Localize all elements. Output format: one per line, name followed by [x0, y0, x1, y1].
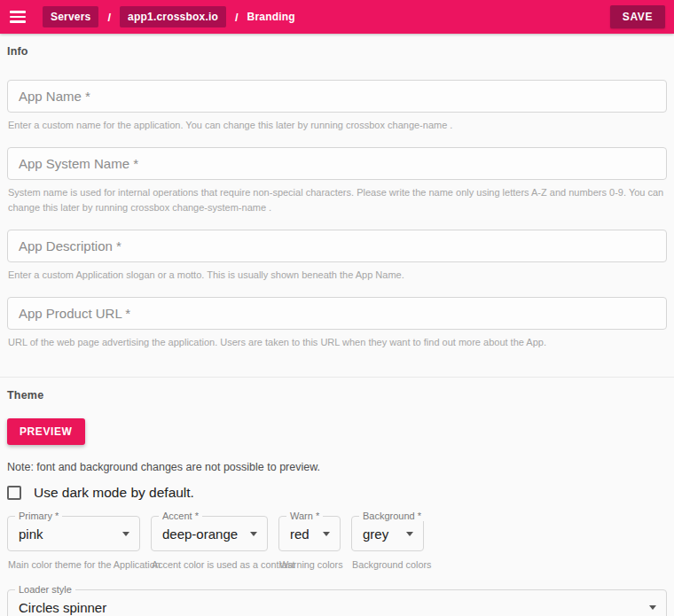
- primary-select[interactable]: Primary * pink: [7, 516, 140, 551]
- menu-icon[interactable]: [9, 6, 30, 27]
- primary-select-value: pink: [8, 526, 43, 542]
- section-title-theme: Theme: [7, 378, 667, 402]
- accent-select-value: deep-orange: [152, 526, 238, 542]
- breadcrumb-item-servers[interactable]: Servers: [43, 6, 98, 27]
- warn-select-label: Warn *: [286, 511, 323, 521]
- app-system-name-field-group: App System Name * System name is used fo…: [7, 147, 667, 215]
- app-name-field-label: App Name *: [19, 89, 90, 104]
- breadcrumb-separator: /: [235, 11, 239, 24]
- warn-select-value: red: [279, 526, 310, 542]
- background-select-value: grey: [352, 526, 388, 542]
- warn-select-helper: Warning colors: [278, 559, 341, 570]
- background-select-group: Background * grey Background colors: [351, 516, 424, 570]
- app-system-name-field-label: App System Name *: [19, 156, 138, 171]
- accent-select-helper: Accent color is used as a contrast: [151, 559, 268, 570]
- app-name-helper: Enter a custom name for the application.…: [7, 118, 667, 133]
- primary-select-label: Primary *: [15, 511, 62, 521]
- breadcrumb-item-branding: Branding: [247, 11, 295, 23]
- app-description-field-label: App Description *: [19, 238, 121, 253]
- theme-color-selects: Primary * pink Main color theme for the …: [7, 516, 667, 570]
- chevron-down-icon: [323, 532, 330, 536]
- background-select[interactable]: Background * grey: [351, 516, 424, 551]
- dark-mode-row[interactable]: Use dark mode by default.: [7, 485, 667, 501]
- background-select-label: Background *: [359, 511, 425, 521]
- app-product-url-helper: URL of the web page advertising the appl…: [7, 335, 667, 350]
- app-system-name-field[interactable]: App System Name *: [7, 147, 667, 180]
- primary-select-group: Primary * pink Main color theme for the …: [7, 516, 140, 570]
- accent-select-label: Accent *: [159, 511, 202, 521]
- accent-select[interactable]: Accent * deep-orange: [151, 516, 268, 551]
- chevron-down-icon: [649, 605, 656, 610]
- section-title-info: Info: [7, 34, 667, 58]
- primary-select-helper: Main color theme for the Application: [7, 559, 140, 570]
- save-button[interactable]: SAVE: [610, 5, 665, 28]
- warn-select-group: Warn * red Warning colors: [278, 516, 341, 570]
- preview-button[interactable]: PREVIEW: [7, 418, 85, 445]
- accent-select-group: Accent * deep-orange Accent color is use…: [151, 516, 268, 570]
- dark-mode-label[interactable]: Use dark mode by default.: [34, 485, 194, 501]
- app-bar: Servers / app1.crossbox.io / Branding SA…: [0, 0, 674, 34]
- breadcrumb-item-app1-crossbox-io[interactable]: app1.crossbox.io: [120, 6, 226, 27]
- background-select-helper: Background colors: [351, 559, 424, 570]
- dark-mode-checkbox[interactable]: [7, 486, 21, 500]
- app-name-field[interactable]: App Name *: [7, 80, 667, 113]
- loader-style-group: Loader style Circles spinner Loader that…: [7, 589, 667, 616]
- app-product-url-field[interactable]: App Product URL *: [7, 297, 667, 330]
- app-description-helper: Enter a custom Application slogan or a m…: [7, 268, 667, 283]
- chevron-down-icon: [250, 532, 257, 536]
- loader-style-label: Loader style: [15, 584, 75, 595]
- app-description-field[interactable]: App Description *: [7, 230, 667, 262]
- app-system-name-helper: System name is used for internal operati…: [7, 185, 667, 215]
- preview-note: Note: font and background changes are no…: [7, 461, 667, 473]
- loader-style-value: Circles spinner: [8, 600, 106, 615]
- loader-style-select[interactable]: Loader style Circles spinner: [7, 589, 667, 616]
- chevron-down-icon: [122, 532, 129, 536]
- app-product-url-field-group: App Product URL * URL of the web page ad…: [7, 297, 667, 350]
- breadcrumb-separator: /: [107, 11, 111, 24]
- app-name-field-group: App Name * Enter a custom name for the a…: [7, 80, 667, 133]
- chevron-down-icon: [406, 532, 413, 536]
- app-product-url-field-label: App Product URL *: [19, 306, 130, 321]
- app-description-field-group: App Description * Enter a custom Applica…: [7, 230, 667, 283]
- warn-select[interactable]: Warn * red: [278, 516, 341, 551]
- breadcrumb: Servers / app1.crossbox.io / Branding: [43, 6, 295, 27]
